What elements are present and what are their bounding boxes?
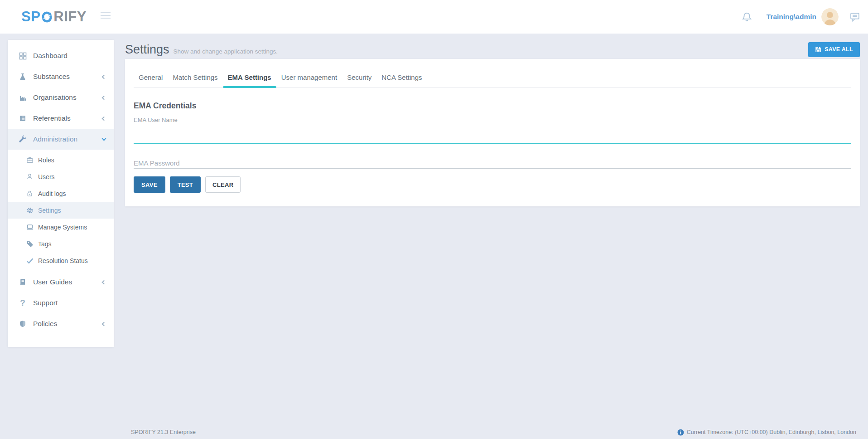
sidebar-item-organisations[interactable]: Organisations bbox=[8, 87, 114, 108]
sidebar-item-administration[interactable]: Administration bbox=[8, 129, 114, 150]
sidebar-item-roles[interactable]: Roles bbox=[8, 151, 114, 168]
user-icon bbox=[26, 173, 34, 181]
form-buttons: SAVE TEST CLEAR bbox=[134, 176, 851, 193]
avatar[interactable] bbox=[821, 8, 839, 25]
sidebar-item-label: Organisations bbox=[33, 93, 77, 102]
logo-text-rify: RIFY bbox=[53, 9, 87, 25]
ema-password-input[interactable] bbox=[134, 151, 851, 169]
book-icon bbox=[18, 278, 27, 286]
sidebar-item-users[interactable]: Users bbox=[8, 168, 114, 185]
sidebar-item-label: Support bbox=[33, 299, 58, 307]
lock-icon bbox=[26, 190, 34, 198]
sidebar-item-label: Audit logs bbox=[38, 190, 66, 197]
chevron-left-icon bbox=[102, 116, 106, 121]
sidebar-item-label: Tags bbox=[38, 240, 52, 248]
test-button[interactable]: TEST bbox=[170, 176, 201, 193]
tab-match-settings[interactable]: Match Settings bbox=[168, 68, 222, 87]
save-all-button[interactable]: SAVE ALL bbox=[808, 42, 860, 57]
page-title: Settings bbox=[125, 43, 169, 57]
menu-toggle-button[interactable] bbox=[101, 12, 111, 20]
settings-card: General Match Settings EMA Settings User… bbox=[125, 59, 860, 206]
feedback-chat-icon[interactable] bbox=[850, 12, 860, 22]
page-header: Settings Show and change application set… bbox=[125, 40, 860, 59]
clear-button[interactable]: CLEAR bbox=[205, 176, 241, 193]
user-menu[interactable]: Training\admin bbox=[767, 13, 816, 21]
sidebar-item-label: User Guides bbox=[33, 278, 72, 286]
app-version: SPORIFY 21.3 Enterprise bbox=[131, 429, 196, 435]
tab-ema-settings[interactable]: EMA Settings bbox=[223, 68, 276, 87]
ema-username-input[interactable] bbox=[134, 123, 851, 144]
tag-icon bbox=[26, 240, 34, 248]
sidebar-item-tags[interactable]: Tags bbox=[8, 235, 114, 252]
tab-user-management[interactable]: User management bbox=[276, 68, 342, 87]
ema-username-label: EMA User Name bbox=[134, 117, 851, 123]
app-logo[interactable]: SP RIFY bbox=[21, 9, 87, 25]
sidebar-item-label: Roles bbox=[38, 156, 54, 164]
topbar: SP RIFY Training\admin bbox=[0, 0, 868, 34]
laptop-icon bbox=[26, 223, 34, 231]
notifications-bell-icon[interactable] bbox=[742, 12, 752, 22]
chevron-left-icon bbox=[102, 322, 106, 326]
check-icon bbox=[26, 257, 34, 265]
section-title: EMA Credentials bbox=[134, 101, 851, 111]
dashboard-icon bbox=[18, 52, 27, 60]
sidebar-item-resolution-status[interactable]: Resolution Status bbox=[8, 252, 114, 269]
sidebar-item-user-guides[interactable]: User Guides bbox=[8, 272, 114, 293]
chevron-left-icon bbox=[102, 95, 106, 100]
footer: SPORIFY 21.3 Enterprise Current Timezone… bbox=[125, 428, 860, 436]
sidebar-item-label: Substances bbox=[33, 73, 70, 81]
sidebar-item-policies[interactable]: Policies bbox=[8, 313, 114, 334]
logo-text-sp: SP bbox=[21, 9, 40, 25]
question-icon: ? bbox=[18, 299, 27, 307]
sidebar-item-label: Manage Systems bbox=[38, 224, 87, 231]
briefcase-icon bbox=[26, 156, 34, 164]
timezone-info: Current Timezone: (UTC+00:00) Dublin, Ed… bbox=[677, 429, 856, 436]
page-subtitle: Show and change application settings. bbox=[174, 44, 278, 55]
sidebar-item-referentials[interactable]: Referentials bbox=[8, 108, 114, 129]
shield-icon bbox=[18, 320, 27, 328]
main-content: Settings Show and change application set… bbox=[125, 40, 860, 206]
chevron-down-icon bbox=[102, 136, 106, 141]
chevron-left-icon bbox=[102, 74, 106, 79]
tab-nca-settings[interactable]: NCA Settings bbox=[376, 68, 427, 87]
sidebar-item-label: Dashboard bbox=[33, 52, 68, 60]
info-icon bbox=[677, 429, 684, 436]
sidebar: Dashboard Substances Organisations bbox=[8, 40, 114, 347]
sidebar-item-dashboard[interactable]: Dashboard bbox=[8, 45, 114, 66]
sidebar-item-substances[interactable]: Substances bbox=[8, 66, 114, 87]
sync-circle-icon bbox=[41, 11, 53, 23]
tab-general[interactable]: General bbox=[134, 68, 168, 87]
list-icon bbox=[18, 114, 27, 122]
save-button[interactable]: SAVE bbox=[134, 176, 165, 193]
sidebar-item-settings[interactable]: Settings bbox=[8, 202, 114, 219]
sidebar-item-manage-systems[interactable]: Manage Systems bbox=[8, 219, 114, 235]
sidebar-item-label: Resolution Status bbox=[38, 257, 88, 264]
flask-icon bbox=[18, 73, 27, 81]
topbar-right: Training\admin bbox=[742, 0, 860, 34]
gear-icon bbox=[26, 206, 34, 215]
tab-security[interactable]: Security bbox=[342, 68, 376, 87]
save-floppy-icon bbox=[815, 46, 821, 53]
sidebar-item-label: Administration bbox=[33, 135, 77, 143]
timezone-text: Current Timezone: (UTC+00:00) Dublin, Ed… bbox=[687, 429, 856, 435]
wrench-icon bbox=[18, 135, 27, 143]
save-all-label: SAVE ALL bbox=[825, 46, 853, 53]
administration-submenu: Roles Users Audit logs bbox=[8, 150, 114, 272]
sidebar-item-label: Settings bbox=[38, 207, 61, 214]
sidebar-item-support[interactable]: ? Support bbox=[8, 293, 114, 313]
sidebar-item-audit-logs[interactable]: Audit logs bbox=[8, 185, 114, 202]
sidebar-item-label: Users bbox=[38, 173, 55, 180]
settings-tabs: General Match Settings EMA Settings User… bbox=[134, 59, 851, 88]
chevron-left-icon bbox=[102, 280, 106, 284]
sidebar-item-label: Policies bbox=[33, 320, 57, 328]
sidebar-item-label: Referentials bbox=[33, 114, 71, 122]
factory-icon bbox=[18, 93, 27, 102]
